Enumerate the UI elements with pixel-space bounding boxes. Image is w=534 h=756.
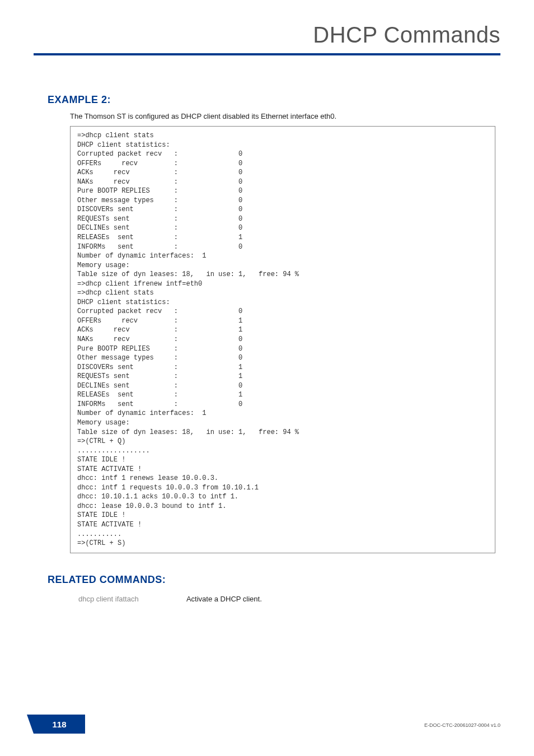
related-row: dhcp client ifattach Activate a DHCP cli… [78, 595, 262, 603]
related-heading: RELATED COMMANDS: [48, 574, 166, 586]
page-header: DHCP Commands [34, 22, 500, 55]
example-subtitle: The Thomson ST is configured as DHCP cli… [70, 112, 336, 120]
page-title: DHCP Commands [34, 22, 500, 48]
page-number: 118 [52, 720, 66, 729]
page-number-tab: 118 [34, 715, 85, 734]
header-rule [34, 53, 500, 55]
related-command: dhcp client ifattach [78, 595, 185, 603]
example-heading: EXAMPLE 2: [48, 94, 111, 106]
code-block: =>dhcp client stats DHCP client statisti… [70, 126, 495, 553]
related-description: Activate a DHCP client. [186, 595, 262, 603]
document-id: E-DOC-CTC-20061027-0004 v1.0 [424, 722, 500, 728]
